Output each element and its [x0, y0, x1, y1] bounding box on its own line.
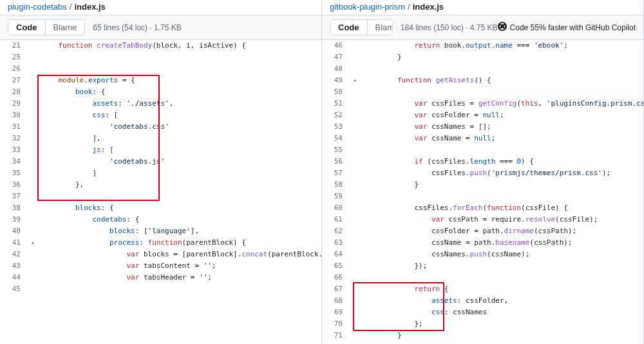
code-line[interactable]: 64 cssNames.push(cssName); — [322, 249, 643, 260]
line-number[interactable]: 47 — [322, 52, 349, 63]
fold-gutter[interactable] — [349, 249, 361, 260]
code-line[interactable]: 29 assets: './assets', — [0, 98, 321, 110]
code-line[interactable]: 45 — [0, 283, 321, 295]
fold-gutter[interactable] — [349, 110, 361, 121]
code-line[interactable]: 33 js: [ — [0, 144, 321, 156]
code-cell[interactable]: cssFolder = path.dirname(cssPath); — [361, 225, 643, 237]
fold-gutter[interactable] — [27, 214, 39, 225]
line-number[interactable]: 27 — [0, 75, 27, 86]
code-cell[interactable]: var cssFolder = null; — [361, 110, 643, 121]
code-cell[interactable]: cssFiles.forEach(function(cssFile) { — [361, 202, 643, 214]
code-line[interactable]: 50 — [322, 86, 643, 98]
line-number[interactable]: 51 — [322, 98, 349, 110]
line-number[interactable]: 54 — [322, 133, 349, 144]
fold-gutter[interactable] — [349, 156, 361, 167]
code-tab[interactable]: Code — [8, 20, 46, 35]
line-number[interactable]: 48 — [322, 63, 349, 75]
fold-gutter[interactable] — [349, 295, 361, 307]
blame-tab[interactable]: Blame — [46, 20, 85, 35]
line-number[interactable]: 25 — [0, 52, 27, 63]
fold-gutter[interactable] — [349, 202, 361, 214]
fold-gutter[interactable] — [349, 133, 361, 144]
code-line[interactable]: 49▾ function getAssets() { — [322, 75, 643, 86]
code-cell[interactable]: var cssFiles = getConfig(this, 'pluginsC… — [361, 98, 643, 110]
line-number[interactable]: 55 — [322, 144, 349, 156]
line-number[interactable]: 41 — [0, 237, 27, 249]
chevron-down-icon[interactable]: ▾ — [353, 75, 356, 86]
line-number[interactable]: 71 — [322, 330, 349, 341]
line-number[interactable]: 62 — [322, 225, 349, 237]
line-number[interactable]: 61 — [322, 214, 349, 225]
line-number[interactable]: 34 — [0, 156, 27, 167]
code-cell[interactable]: }; — [361, 318, 643, 330]
line-number[interactable]: 50 — [322, 86, 349, 98]
code-line[interactable]: 30 css: [ — [0, 110, 321, 121]
breadcrumb-repo[interactable]: gitbook-plugin-prism — [330, 2, 405, 12]
fold-gutter[interactable] — [349, 52, 361, 63]
code-cell[interactable]: module.exports = { — [39, 75, 321, 86]
fold-gutter[interactable] — [27, 86, 39, 98]
code-cell[interactable]: function createTabBody(block, i, isActiv… — [39, 40, 321, 52]
code-cell[interactable]: function getAssets() { — [361, 75, 643, 86]
code-line[interactable]: 34 'codetabs.js' — [0, 156, 321, 167]
code-line[interactable]: 32 ], — [0, 133, 321, 144]
line-number[interactable]: 31 — [0, 121, 27, 133]
code-cell[interactable] — [361, 63, 643, 75]
fold-gutter[interactable] — [349, 63, 361, 75]
code-line[interactable]: 68 assets: cssFolder, — [322, 295, 643, 307]
code-line[interactable]: 41▾ process: function(parentBlock) { — [0, 237, 321, 249]
fold-gutter[interactable] — [27, 75, 39, 86]
fold-gutter[interactable] — [349, 167, 361, 179]
code-line[interactable]: 54 var cssName = null; — [322, 133, 643, 144]
code-line[interactable]: 40 blocks: ['language'], — [0, 225, 321, 237]
fold-gutter[interactable] — [349, 144, 361, 156]
code-cell[interactable]: return { — [361, 283, 643, 295]
code-cell[interactable] — [361, 341, 643, 344]
code-line[interactable]: 44 var tabsHeader = ''; — [0, 272, 321, 283]
code-cell[interactable] — [361, 86, 643, 98]
line-number[interactable]: 57 — [322, 167, 349, 179]
code-line[interactable]: 31 'codetabs.css' — [0, 121, 321, 133]
fold-gutter[interactable] — [27, 283, 39, 295]
code-line[interactable]: 47 } — [322, 52, 643, 63]
code-line[interactable]: 61 var cssPath = require.resolve(cssFile… — [322, 214, 643, 225]
line-number[interactable]: 53 — [322, 121, 349, 133]
code-cell[interactable]: 'codetabs.css' — [39, 121, 321, 133]
fold-gutter[interactable] — [349, 214, 361, 225]
copilot-badge[interactable]: Code 55% faster with GitHub Copilot — [498, 22, 636, 33]
code-line[interactable]: 63 cssName = path.basename(cssPath); — [322, 237, 643, 249]
code-line[interactable]: 55 — [322, 144, 643, 156]
line-number[interactable]: 56 — [322, 156, 349, 167]
fold-gutter[interactable] — [349, 179, 361, 191]
code-cell[interactable]: assets: cssFolder, — [361, 295, 643, 307]
code-cell[interactable]: ] — [39, 167, 321, 179]
code-cell[interactable]: css: [ — [39, 110, 321, 121]
line-number[interactable]: 44 — [0, 272, 27, 283]
line-number[interactable]: 35 — [0, 167, 27, 179]
code-cell[interactable] — [361, 191, 643, 202]
fold-gutter[interactable]: ▾ — [27, 237, 39, 249]
fold-gutter[interactable] — [349, 40, 361, 52]
fold-gutter[interactable] — [349, 307, 361, 318]
fold-gutter[interactable] — [27, 191, 39, 202]
fold-gutter[interactable] — [27, 98, 39, 110]
code-cell[interactable]: } — [361, 179, 643, 191]
fold-gutter[interactable] — [27, 167, 39, 179]
blame-tab[interactable]: Blame — [368, 20, 393, 35]
fold-gutter[interactable] — [27, 202, 39, 214]
code-line[interactable]: 66 — [322, 272, 643, 283]
code-line[interactable]: 25 — [0, 52, 321, 63]
code-cell[interactable]: 'codetabs.js' — [39, 156, 321, 167]
code-cell[interactable]: var cssNames = []; — [361, 121, 643, 133]
code-line[interactable]: 53 var cssNames = []; — [322, 121, 643, 133]
code-cell[interactable]: js: [ — [39, 144, 321, 156]
fold-gutter[interactable] — [349, 98, 361, 110]
fold-gutter[interactable] — [27, 52, 39, 63]
line-number[interactable]: 70 — [322, 318, 349, 330]
line-number[interactable]: 21 — [0, 40, 27, 52]
fold-gutter[interactable] — [27, 179, 39, 191]
code-line[interactable]: 38 blocks: { — [0, 202, 321, 214]
code-cell[interactable]: } — [361, 330, 643, 341]
code-area-right[interactable]: 46 return book.output.name === 'ebook';4… — [322, 40, 643, 344]
code-line[interactable]: 65 }); — [322, 260, 643, 272]
